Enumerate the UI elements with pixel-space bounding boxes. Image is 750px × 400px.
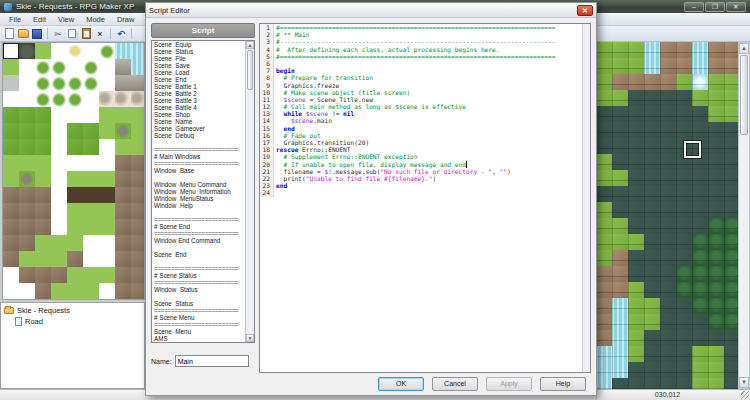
script-list-item[interactable]: Scene_Shop: [152, 111, 245, 118]
menu-mode[interactable]: Mode: [81, 14, 110, 25]
tile[interactable]: [115, 75, 131, 91]
tile[interactable]: [131, 107, 145, 123]
tile[interactable]: [83, 283, 99, 299]
tile[interactable]: [99, 155, 115, 171]
tile[interactable]: [67, 123, 83, 139]
tile[interactable]: [3, 123, 19, 139]
tile[interactable]: [83, 171, 99, 187]
script-list-item[interactable]: Scene_Battle 4: [152, 104, 245, 111]
script-list-item[interactable]: Scene_Name: [152, 118, 245, 125]
tile[interactable]: [3, 251, 19, 267]
tile[interactable]: [19, 107, 35, 123]
script-list-item[interactable]: Window_Menu Command: [152, 181, 245, 188]
tile[interactable]: [83, 91, 99, 107]
tile[interactable]: [115, 171, 131, 187]
tile[interactable]: [3, 75, 19, 91]
script-list-item[interactable]: Scene_Battle 2: [152, 90, 245, 97]
dialog-titlebar[interactable]: Script Editor ✕: [146, 3, 596, 18]
script-list-item[interactable]: Window_MenuStatus: [152, 195, 245, 202]
script-list-item[interactable]: [152, 174, 245, 181]
tile[interactable]: [115, 251, 131, 267]
tile[interactable]: [131, 91, 145, 107]
map-canvas[interactable]: [596, 42, 738, 389]
tile[interactable]: [3, 107, 19, 123]
tile[interactable]: [35, 203, 51, 219]
tile[interactable]: [3, 235, 19, 251]
tile[interactable]: [19, 267, 35, 283]
tile[interactable]: [19, 171, 35, 187]
tile[interactable]: [83, 123, 99, 139]
script-list-item[interactable]: Window_Help: [152, 202, 245, 209]
script-list-item[interactable]: =========================: [152, 216, 245, 223]
tile[interactable]: [131, 203, 145, 219]
script-list[interactable]: Scene_EquipScene_StatusScene_FileScene_S…: [151, 40, 255, 343]
tile[interactable]: [35, 235, 51, 251]
tile[interactable]: [131, 171, 145, 187]
tile[interactable]: [83, 203, 99, 219]
tile[interactable]: [35, 59, 51, 75]
paste-icon[interactable]: [80, 28, 92, 40]
tile[interactable]: [99, 139, 115, 155]
tile[interactable]: [51, 187, 67, 203]
tile[interactable]: [51, 203, 67, 219]
tile[interactable]: [51, 75, 67, 91]
script-list-item[interactable]: Scene_Load: [152, 69, 245, 76]
tile[interactable]: [131, 219, 145, 235]
script-list-item[interactable]: Main: [152, 342, 245, 343]
map-vertical-scrollbar[interactable]: ▲ ▼: [738, 42, 750, 389]
script-list-item[interactable]: [152, 209, 245, 216]
tile[interactable]: [19, 235, 35, 251]
undo-icon[interactable]: ↶: [115, 28, 127, 40]
tile[interactable]: [3, 155, 19, 171]
tile[interactable]: [115, 123, 131, 139]
tile[interactable]: [99, 267, 115, 283]
tile[interactable]: [83, 107, 99, 123]
tile[interactable]: [35, 187, 51, 203]
script-list-item[interactable]: [152, 139, 245, 146]
scroll-down-icon[interactable]: ▼: [739, 377, 749, 388]
tile[interactable]: [83, 75, 99, 91]
tile[interactable]: [67, 267, 83, 283]
script-list-item[interactable]: Scene_Status: [152, 48, 245, 55]
tile[interactable]: [19, 203, 35, 219]
tile[interactable]: [67, 251, 83, 267]
delete-icon[interactable]: ×: [94, 28, 106, 40]
scrollbar-thumb[interactable]: [740, 55, 748, 135]
script-list-item[interactable]: Scene_Battle 1: [152, 83, 245, 90]
script-list-item[interactable]: =========================: [152, 265, 245, 272]
tile[interactable]: [51, 235, 67, 251]
tile[interactable]: [99, 107, 115, 123]
tile[interactable]: [19, 75, 35, 91]
tile[interactable]: [51, 267, 67, 283]
dialog-close-icon[interactable]: ✕: [577, 5, 593, 16]
new-icon[interactable]: [3, 28, 15, 40]
tile[interactable]: [3, 59, 19, 75]
tile[interactable]: [19, 123, 35, 139]
tile[interactable]: [83, 43, 99, 59]
tile[interactable]: [131, 59, 145, 75]
tile[interactable]: [35, 219, 51, 235]
tile[interactable]: [99, 75, 115, 91]
tile[interactable]: [51, 43, 67, 59]
minimize-window-icon[interactable]: –: [684, 2, 704, 12]
tile[interactable]: [99, 283, 115, 299]
tile[interactable]: [67, 107, 83, 123]
script-list-item[interactable]: =========================: [152, 146, 245, 153]
tile[interactable]: [19, 219, 35, 235]
tile[interactable]: [131, 235, 145, 251]
tile[interactable]: [115, 43, 131, 59]
tile[interactable]: [83, 187, 99, 203]
script-list-item[interactable]: =========================: [152, 279, 245, 286]
tile[interactable]: [35, 139, 51, 155]
tile[interactable]: [19, 43, 35, 59]
script-list-item[interactable]: Window_Status: [152, 286, 245, 293]
tile[interactable]: [3, 283, 19, 299]
tile[interactable]: [131, 187, 145, 203]
script-list-item[interactable]: =========================: [152, 230, 245, 237]
tile[interactable]: [67, 75, 83, 91]
script-list-item[interactable]: Scene_Battle 3: [152, 97, 245, 104]
save-icon[interactable]: [31, 28, 43, 40]
script-list-item[interactable]: Scene_End: [152, 251, 245, 258]
tile[interactable]: [131, 139, 145, 155]
tile[interactable]: [67, 235, 83, 251]
